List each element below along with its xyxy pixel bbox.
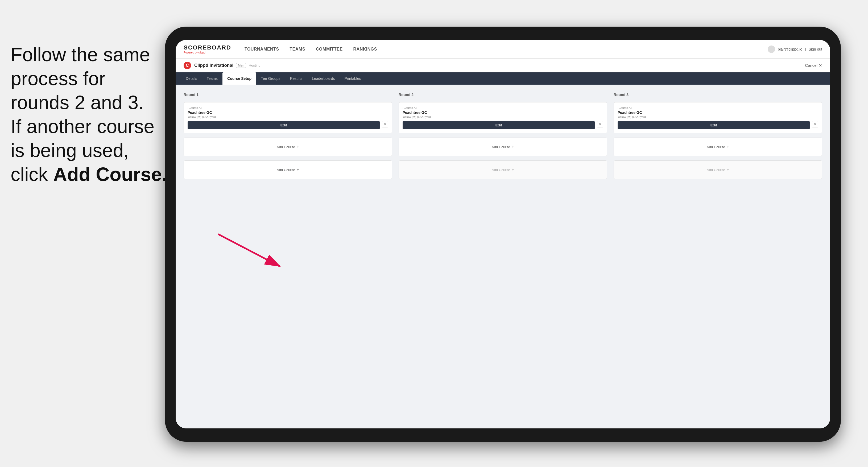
round-1-course-detail: Yellow (M) (6629 yds) — [188, 115, 388, 118]
round-2-add-course-2: Add Course + — [399, 160, 607, 179]
tournament-badge: Men — [236, 63, 246, 68]
tab-printables[interactable]: Printables — [340, 72, 366, 85]
round-3-add-course-2-label: Add Course + — [707, 167, 729, 172]
sub-header: C Clippd Invitational Men Hosting Cancel… — [176, 59, 830, 72]
round-3-course-tag: (Course A) — [618, 106, 818, 110]
round-3-course-name: Peachtree GC — [618, 111, 818, 115]
tournament-title: Clippd Invitational — [194, 63, 234, 68]
round-2-course-name: Peachtree GC — [403, 111, 603, 115]
nav-rankings[interactable]: RANKINGS — [353, 47, 377, 52]
logo-main-text: SCOREBOARD — [184, 44, 231, 51]
round-3-delete-button[interactable]: ✕ — [812, 121, 818, 127]
round-2-add-course-1[interactable]: Add Course + — [399, 137, 607, 156]
round-3-course-detail: Yellow (M) (6629 yds) — [618, 115, 818, 118]
round-3-add-course-1-label: Add Course + — [707, 145, 729, 149]
round-2-delete-button[interactable]: ✕ — [597, 121, 603, 127]
round-1-add-course-1-label: Add Course + — [277, 145, 299, 149]
nav-links: TOURNAMENTS TEAMS COMMITTEE RANKINGS — [245, 47, 768, 52]
top-navigation: SCOREBOARD Powered by clippd TOURNAMENTS… — [176, 40, 830, 59]
instruction-bold: Add Course. — [53, 164, 167, 185]
round-1-card-actions: Edit ✕ — [188, 121, 388, 129]
round-3-add-course-1[interactable]: Add Course + — [614, 137, 822, 156]
tab-teams[interactable]: Teams — [202, 72, 222, 85]
round-1-add-course-1[interactable]: Add Course + — [184, 137, 392, 156]
round-3-column: Round 3 (Course A) Peachtree GC Yellow (… — [614, 93, 822, 179]
round-2-label: Round 2 — [399, 93, 607, 97]
instruction-panel: Follow the same process for rounds 2 and… — [0, 42, 181, 186]
round-2-add-course-1-label: Add Course + — [492, 145, 514, 149]
round-2-course-detail: Yellow (M) (6629 yds) — [403, 115, 603, 118]
round-1-course-tag: (Course A) — [188, 106, 388, 110]
round-1-edit-button[interactable]: Edit — [188, 121, 380, 129]
sign-out-link[interactable]: Sign out — [809, 47, 822, 51]
tab-leaderboards[interactable]: Leaderboards — [307, 72, 340, 85]
nav-separator: | — [805, 47, 806, 51]
tablet-screen: SCOREBOARD Powered by clippd TOURNAMENTS… — [176, 40, 830, 428]
tab-results[interactable]: Results — [285, 72, 307, 85]
scoreboard-logo: SCOREBOARD Powered by clippd — [184, 44, 231, 54]
logo-sub-text: Powered by clippd — [184, 51, 231, 54]
brand-logo: C — [184, 62, 191, 69]
round-2-course-card: (Course A) Peachtree GC Yellow (M) (6629… — [399, 102, 607, 133]
tab-bar: Details Teams Course Setup Tee Groups Re… — [176, 72, 830, 85]
main-content: Round 1 (Course A) Peachtree GC Yellow (… — [176, 85, 830, 428]
nav-tournaments[interactable]: TOURNAMENTS — [245, 47, 279, 52]
round-1-add-course-2[interactable]: Add Course + — [184, 160, 392, 179]
cancel-button[interactable]: Cancel ✕ — [805, 63, 822, 68]
round-3-label: Round 3 — [614, 93, 822, 97]
round-2-edit-button[interactable]: Edit — [403, 121, 595, 129]
round-2-course-tag: (Course A) — [403, 106, 603, 110]
round-1-add-course-2-label: Add Course + — [277, 167, 299, 172]
instruction-text: Follow the same process for rounds 2 and… — [11, 44, 167, 185]
round-2-card-actions: Edit ✕ — [403, 121, 603, 129]
round-3-course-card: (Course A) Peachtree GC Yellow (M) (6629… — [614, 102, 822, 133]
hosting-label: Hosting — [249, 63, 260, 67]
round-2-add-course-2-label: Add Course + — [492, 167, 514, 172]
nav-committee[interactable]: COMMITTEE — [316, 47, 343, 52]
round-1-label: Round 1 — [184, 93, 392, 97]
round-1-delete-button[interactable]: ✕ — [382, 121, 388, 127]
tablet-device: SCOREBOARD Powered by clippd TOURNAMENTS… — [165, 27, 841, 442]
tab-tee-groups[interactable]: Tee Groups — [256, 72, 285, 85]
rounds-grid: Round 1 (Course A) Peachtree GC Yellow (… — [184, 93, 822, 179]
tab-course-setup[interactable]: Course Setup — [222, 72, 256, 85]
user-avatar — [768, 45, 775, 53]
round-3-add-course-2: Add Course + — [614, 160, 822, 179]
round-1-column: Round 1 (Course A) Peachtree GC Yellow (… — [184, 93, 392, 179]
user-email: blair@clippd.io — [778, 47, 802, 51]
round-3-card-actions: Edit ✕ — [618, 121, 818, 129]
round-3-edit-button[interactable]: Edit — [618, 121, 810, 129]
tab-details[interactable]: Details — [181, 72, 202, 85]
nav-right: blair@clippd.io | Sign out — [768, 45, 822, 53]
round-1-course-card: (Course A) Peachtree GC Yellow (M) (6629… — [184, 102, 392, 133]
round-1-course-name: Peachtree GC — [188, 111, 388, 115]
nav-teams[interactable]: TEAMS — [290, 47, 306, 52]
round-2-column: Round 2 (Course A) Peachtree GC Yellow (… — [399, 93, 607, 179]
